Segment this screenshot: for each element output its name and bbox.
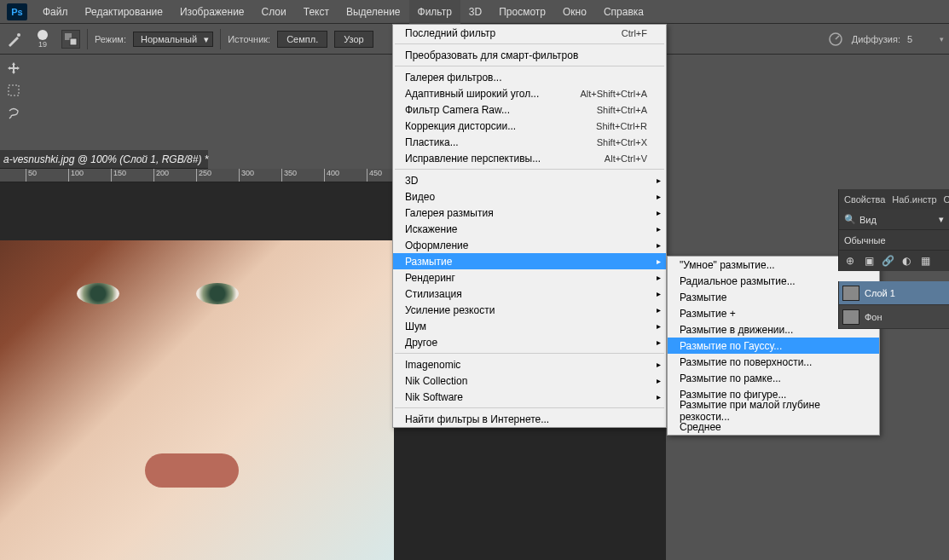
- properties-panel: Свойства Наб.инстр О 🔍 Вид ▾ Обычные ⊕ ▣…: [838, 189, 949, 271]
- submenu-item[interactable]: Размытие по поверхности...: [668, 354, 879, 370]
- menu-окно[interactable]: Окно: [554, 0, 595, 24]
- layer-row[interactable]: Фон: [839, 305, 949, 329]
- ruler-tick: 300: [239, 169, 254, 182]
- diffusion-label: Диффузия:: [852, 34, 900, 44]
- menu-фильтр[interactable]: Фильтр: [409, 0, 460, 24]
- ruler-tick: 250: [196, 169, 211, 182]
- document-tab[interactable]: a-vesnushki.jpg @ 100% (Слой 1, RGB/8#) …: [3, 153, 208, 165]
- submenu-item[interactable]: Размытие по рамке...: [668, 370, 879, 386]
- shortcut-label: Ctrl+F: [622, 28, 647, 38]
- menu-item[interactable]: Nik Collection: [393, 372, 666, 389]
- view-dropdown[interactable]: 🔍 Вид ▾: [839, 210, 949, 230]
- ruler-tick: 50: [26, 169, 37, 182]
- layer-row[interactable]: Слой 1: [839, 281, 949, 305]
- menu-item[interactable]: Последний фильтрCtrl+F: [393, 25, 666, 41]
- menu-справка[interactable]: Справка: [595, 0, 652, 24]
- menu-файл[interactable]: Файл: [34, 0, 77, 24]
- marquee-tool[interactable]: [0, 80, 27, 101]
- menu-item[interactable]: Галерея размытия: [393, 205, 666, 221]
- document-image[interactable]: [0, 240, 394, 560]
- menu-просмотр[interactable]: Просмотр: [490, 0, 554, 24]
- submenu-item[interactable]: Размытие при малой глубине резкости...: [668, 402, 879, 419]
- properties-tabs[interactable]: Свойства Наб.инстр О: [839, 189, 949, 210]
- menu-item[interactable]: Галерея фильтров...: [393, 69, 666, 85]
- ruler-tick: 350: [281, 169, 297, 182]
- menu-редактирование[interactable]: Редактирование: [77, 0, 171, 24]
- ruler-tick: 200: [153, 169, 169, 182]
- menu-item[interactable]: Фильтр Camera Raw...Shift+Ctrl+A: [393, 101, 666, 118]
- lasso-tool[interactable]: [0, 102, 27, 123]
- fx-icon[interactable]: ⊕: [844, 255, 856, 267]
- menu-item[interactable]: Рендеринг: [393, 269, 666, 286]
- submenu-item[interactable]: Среднее: [668, 419, 879, 435]
- menu-separator: [395, 353, 664, 354]
- menu-item[interactable]: Искажение: [393, 221, 666, 237]
- menu-item[interactable]: Исправление перспективы...Alt+Ctrl+V: [393, 150, 666, 166]
- menubar: Ps ФайлРедактированиеИзображениеСлоиТекс…: [0, 0, 949, 24]
- shortcut-label: Shift+Ctrl+R: [596, 121, 647, 131]
- shortcut-label: Alt+Shift+Ctrl+A: [580, 89, 647, 99]
- menu-item[interactable]: Imagenomic: [393, 356, 666, 372]
- search-icon: 🔍: [844, 214, 856, 225]
- menu-item[interactable]: Видео: [393, 188, 666, 205]
- menu-слои[interactable]: Слои: [253, 0, 295, 24]
- mode-dropdown[interactable]: Нормальный ▾: [133, 32, 213, 47]
- svg-point-0: [17, 33, 20, 37]
- layer-tools-row: ⊕ ▣ 🔗 ◐ ▦: [839, 251, 949, 271]
- blend-mode-dropdown[interactable]: Обычные: [839, 230, 949, 251]
- menu-текст[interactable]: Текст: [295, 0, 338, 24]
- menu-изображение[interactable]: Изображение: [171, 0, 253, 24]
- link-icon[interactable]: 🔗: [882, 255, 894, 267]
- menu-separator: [395, 169, 664, 170]
- shortcut-label: Alt+Ctrl+V: [605, 153, 647, 164]
- menu-item[interactable]: Другое: [393, 334, 666, 350]
- menu-item[interactable]: Шум: [393, 318, 666, 334]
- menu-item[interactable]: Усиление резкости: [393, 302, 666, 318]
- adjust-icon[interactable]: ◐: [900, 255, 912, 267]
- ruler-tick: 150: [111, 169, 126, 182]
- swap-icon[interactable]: [61, 30, 80, 49]
- source-pattern-button[interactable]: Узор: [334, 31, 373, 48]
- source-label: Источник:: [228, 34, 270, 44]
- left-toolbar: [0, 55, 27, 124]
- layer-name: Слой 1: [865, 288, 895, 298]
- divider: [220, 29, 221, 49]
- layer-thumbnail: [842, 309, 859, 325]
- pressure-icon[interactable]: [826, 30, 845, 49]
- brush-size-label: 19: [38, 40, 47, 49]
- menu-item[interactable]: Найти фильтры в Интернете...: [393, 411, 666, 427]
- menu-item[interactable]: 3D: [393, 172, 666, 188]
- layer-thumbnail: [842, 286, 859, 301]
- submenu-item[interactable]: Размытие по Гауссу...: [668, 338, 879, 354]
- menu-item[interactable]: Преобразовать для смарт-фильтров: [393, 47, 666, 63]
- new-icon[interactable]: ▦: [919, 255, 931, 267]
- menu-item[interactable]: Nik Software: [393, 389, 666, 405]
- menu-item[interactable]: Оформление: [393, 237, 666, 253]
- shortcut-label: Shift+Ctrl+X: [597, 137, 647, 147]
- menu-item[interactable]: Коррекция дисторсии...Shift+Ctrl+R: [393, 118, 666, 134]
- document-tab-bar: a-vesnushki.jpg @ 100% (Слой 1, RGB/8#) …: [0, 150, 208, 169]
- menu-item[interactable]: Стилизация: [393, 286, 666, 302]
- source-sample-button[interactable]: Семпл.: [277, 31, 327, 48]
- menu-item[interactable]: Размытие: [393, 253, 666, 269]
- menu-выделение[interactable]: Выделение: [338, 0, 409, 24]
- filter-menu-dropdown: Последний фильтрCtrl+FПреобразовать для …: [392, 24, 667, 428]
- brush-preview[interactable]: 19: [31, 27, 55, 51]
- menu-separator: [395, 43, 664, 44]
- layers-panel: Слой 1Фон: [838, 281, 949, 329]
- ruler-tick: 100: [68, 169, 84, 182]
- svg-rect-2: [70, 38, 77, 45]
- menu-3d[interactable]: 3D: [460, 0, 490, 24]
- menu-item[interactable]: Пластика...Shift+Ctrl+X: [393, 134, 666, 150]
- healing-brush-icon[interactable]: [5, 30, 24, 49]
- move-tool[interactable]: [0, 58, 27, 78]
- menu-item[interactable]: Адаптивный широкий угол...Alt+Shift+Ctrl…: [393, 85, 666, 101]
- diffusion-value[interactable]: 5: [907, 34, 933, 44]
- divider: [87, 29, 88, 49]
- ps-logo: Ps: [7, 3, 27, 20]
- svg-rect-4: [9, 85, 19, 95]
- shortcut-label: Shift+Ctrl+A: [597, 105, 647, 115]
- menu-separator: [395, 66, 664, 66]
- mask-icon[interactable]: ▣: [863, 255, 875, 267]
- mode-label: Режим:: [95, 34, 126, 44]
